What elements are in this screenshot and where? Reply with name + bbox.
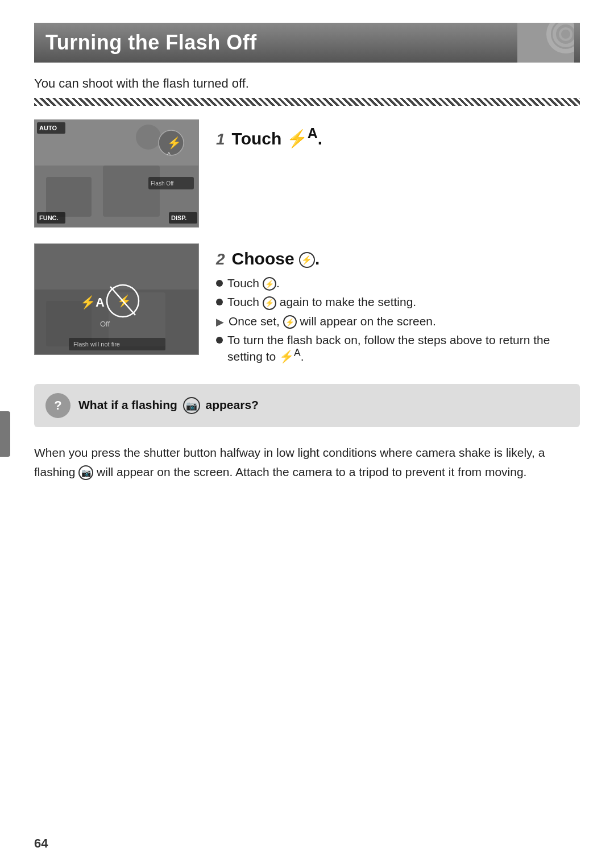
title-bar: Turning the Flash Off	[34, 23, 580, 63]
svg-text:Flash Off: Flash Off	[151, 180, 174, 187]
step-2-content: 2 Choose ⚡. Touch ⚡. Touch ⚡ again to ma…	[216, 243, 580, 368]
step-2-section: ⚡A ⚡ Off Flash will not fire 2 Choose ⚡.	[34, 243, 580, 368]
tip-icon-label: ?	[54, 398, 61, 413]
title-icon	[517, 23, 574, 63]
step-2-label: Choose ⚡.	[232, 249, 320, 268]
svg-rect-7	[103, 166, 160, 217]
bullet-circle-4	[216, 337, 223, 344]
bullet-4: To turn the flash back on, follow the st…	[216, 333, 580, 363]
stripe-divider	[34, 98, 580, 106]
bullet-3: ▶ Once set, ⚡ will appear on the screen.	[216, 315, 580, 329]
tip-text: What if a flashing 📷 appears?	[78, 397, 259, 414]
page-number: 64	[34, 836, 48, 851]
svg-text:⚡A: ⚡A	[80, 295, 105, 310]
step-1-section: AUTO DISP. FUNC. ⚡ A Flash Off 1 Touch ⚡…	[34, 119, 580, 228]
bullet-1: Touch ⚡.	[216, 276, 580, 291]
tip-question: What if a flashing	[78, 398, 177, 411]
bullet-1-text: Touch ⚡.	[227, 276, 280, 291]
arrow-icon: ▶	[216, 316, 224, 328]
step-1-title: 1 Touch ⚡A.	[216, 125, 580, 148]
flash-off-icon-inline3: ⚡	[283, 315, 297, 329]
step-1-content: 1 Touch ⚡A.	[216, 119, 580, 156]
bullet-3-text: Once set, ⚡ will appear on the screen.	[229, 315, 436, 329]
bullet-4-text: To turn the flash back on, follow the st…	[227, 333, 580, 363]
tip-camera-icon: 📷	[183, 397, 200, 414]
step-1-label: Touch ⚡A.	[232, 125, 323, 148]
bullet-2-text: Touch ⚡ again to make the setting.	[227, 295, 416, 309]
svg-text:FUNC.: FUNC.	[39, 214, 59, 221]
tip-icon: ?	[45, 393, 70, 418]
bullet-circle-2	[216, 299, 223, 305]
svg-text:AUTO: AUTO	[39, 125, 57, 131]
page-title: Turning the Flash Off	[45, 31, 257, 55]
svg-rect-6	[46, 177, 92, 217]
svg-text:A: A	[167, 151, 171, 156]
sidebar-tab	[0, 411, 10, 457]
step-2-title: 2 Choose ⚡.	[216, 249, 580, 268]
tip-middle: appears?	[206, 398, 259, 411]
bullet-list: Touch ⚡. Touch ⚡ again to make the setti…	[216, 276, 580, 363]
body-text: When you press the shutter button halfwa…	[34, 443, 580, 481]
flash-off-icon-inline2: ⚡	[263, 296, 276, 310]
svg-text:Flash will not fire: Flash will not fire	[73, 341, 120, 348]
flash-off-icon-inline: ⚡	[263, 277, 276, 291]
bullet-circle-1	[216, 280, 223, 287]
step-number-2: 2	[216, 250, 225, 268]
step-number-1: 1	[216, 130, 225, 148]
step-1-image: AUTO DISP. FUNC. ⚡ A Flash Off	[34, 119, 199, 228]
svg-text:Off: Off	[100, 320, 110, 328]
flash-off-icon: ⚡	[299, 252, 315, 268]
step-2-image: ⚡A ⚡ Off Flash will not fire	[34, 243, 199, 355]
subtitle: You can shoot with the flash turned off.	[34, 76, 580, 91]
bullet-2: Touch ⚡ again to make the setting.	[216, 295, 580, 309]
body-camera-icon: 📷	[78, 465, 93, 480]
tip-box: ? What if a flashing 📷 appears?	[34, 384, 580, 427]
svg-point-10	[136, 125, 161, 150]
page: Turning the Flash Off You can shoot with…	[0, 0, 614, 868]
svg-text:⚡: ⚡	[167, 136, 181, 150]
svg-text:DISP.: DISP.	[171, 214, 186, 221]
